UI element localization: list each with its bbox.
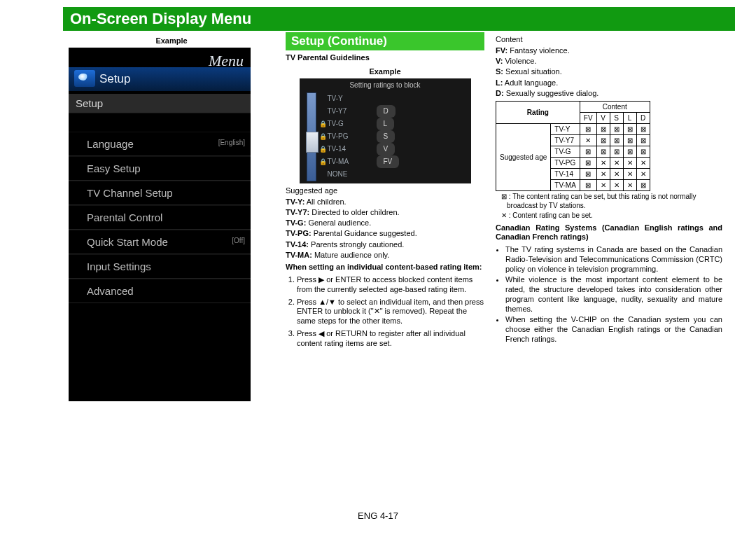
menu-item-advanced: Advanced (69, 279, 251, 303)
rating-header: Rating (496, 102, 580, 124)
page-footer: ENG 4-17 (0, 510, 756, 521)
menu-item-parental-control: Parental Control (69, 205, 251, 230)
ratings-row: TV-Y7D (319, 105, 459, 118)
menu-item-tv-channel-setup: TV Channel Setup (69, 181, 251, 205)
suggested-age-label: Suggested age (286, 186, 484, 196)
setup-header-label: Setup (99, 72, 130, 85)
canadian-heading: Canadian Rating Systems (Canadian Englis… (496, 223, 722, 243)
age-definitions: TV-Y: All children. TV-Y7: Directed to o… (286, 197, 484, 260)
content-header: Content (580, 102, 650, 113)
ratings-to-block-screenshot: Setting ratings to block TV-Y TV-Y7D 🔒TV… (300, 78, 471, 183)
ratings-rows: TV-Y TV-Y7D 🔒TV-GL 🔒TV-PGS 🔒TV-14V 🔒TV-M… (319, 92, 459, 181)
ratings-slider (307, 92, 316, 181)
step-2: Press ▲/▼ to select an individual item, … (297, 298, 484, 326)
menu-item-input-settings: Input Settings (69, 254, 251, 279)
setup-header: Setup (69, 67, 251, 91)
manual-page: On-Screen Display Menu Example Menu Setu… (0, 0, 756, 535)
ratings-row: 🔒TV-MAFV (319, 155, 459, 168)
content-rating-table: Rating Content FV V S L D Suggested age … (496, 101, 650, 191)
step-3: Press ◀ or RETURN to register after all … (297, 329, 484, 349)
note-boxed-x: ⊠ : The content rating can be set, but t… (501, 193, 722, 210)
setup-subheader: Setup (69, 94, 251, 113)
tv-parental-guidelines-heading: TV Parental Guidelines (286, 53, 484, 63)
column-right: Content FV: Fantasy violence. V: Violenc… (490, 32, 728, 401)
ratings-row: 🔒TV-GL (319, 118, 459, 130)
note-plain-x: ✕ : Content rating can be set. (501, 211, 722, 221)
section-setup-continue: Setup (Continue) (286, 32, 484, 50)
menu-item-language: Language [English] (69, 132, 251, 156)
column-middle: Setup (Continue) TV Parental Guidelines … (280, 32, 490, 401)
step-1: Press ▶ or ENTER to access blocked conte… (297, 275, 484, 295)
ratings-row: 🔒TV-14V (319, 143, 459, 155)
ratings-row: TV-Y (319, 92, 459, 105)
ratings-row: NONE (319, 168, 459, 181)
canadian-bullet-1: The TV rating systems in Canada are base… (505, 245, 722, 274)
canadian-bullets: The TV rating systems in Canada are base… (505, 245, 722, 345)
setup-icon (74, 70, 95, 87)
example-label-mid: Example (286, 67, 484, 76)
ratings-shot-title: Setting ratings to block (300, 78, 471, 89)
column-left: Example Menu Setup Setup Language [Engli… (63, 32, 280, 401)
setup-menu-items: Language [English] Easy Setup TV Channel… (69, 132, 251, 303)
when-setting-heading: When setting an individual content-based… (286, 263, 484, 272)
suggested-age-side: Suggested age (496, 124, 551, 191)
page-title: On-Screen Display Menu (63, 7, 735, 31)
example-label-left: Example (69, 36, 274, 45)
content-columns: Example Menu Setup Setup Language [Engli… (63, 32, 735, 401)
ratings-slider-knob (306, 132, 318, 153)
canadian-bullet-2: While violence is the most important con… (505, 275, 722, 314)
menu-item-quick-start-mode: Quick Start Mode [Off] (69, 230, 251, 254)
content-label: Content (496, 35, 722, 45)
menu-item-easy-setup: Easy Setup (69, 156, 251, 181)
instruction-steps: Press ▶ or ENTER to access blocked conte… (297, 275, 484, 348)
ratings-row: 🔒TV-PGS (319, 130, 459, 143)
setup-menu-screenshot: Menu Setup Setup Language [English] Easy… (69, 48, 251, 401)
content-definitions: FV: Fantasy violence. V: Violence. S: Se… (496, 46, 722, 98)
canadian-bullet-3: When setting the V-CHIP on the Canadian … (505, 315, 722, 344)
